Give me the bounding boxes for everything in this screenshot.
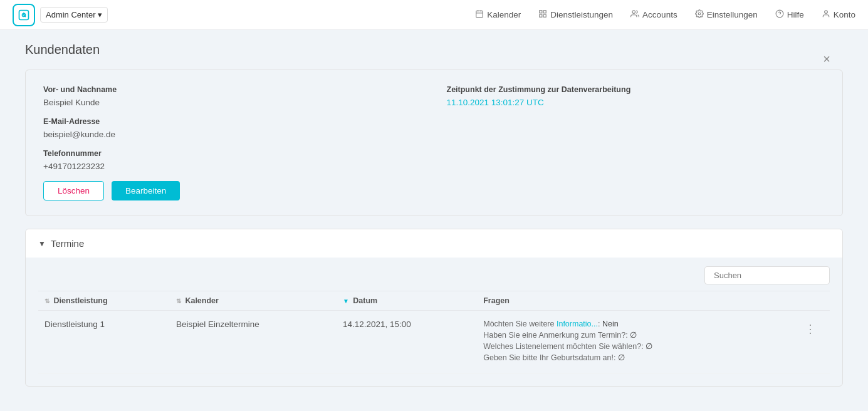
svg-point-14 <box>824 11 827 14</box>
consent-field-group: Zeitpunkt der Zustimmung zur Datenverarb… <box>447 85 825 107</box>
nav-label-accounts: Accounts <box>642 10 677 19</box>
admin-center-button[interactable]: Admin Center ▾ <box>40 7 108 23</box>
sort-icon-kalender: ⇅ <box>176 298 181 304</box>
search-input[interactable] <box>704 266 830 284</box>
gear-icon <box>695 9 704 20</box>
col-label-datum: Datum <box>353 296 377 305</box>
question-icon <box>775 9 784 20</box>
admin-center-label: Admin Center <box>46 10 95 19</box>
nav-label-einstellungen: Einstellungen <box>707 10 758 19</box>
nav-link-accounts[interactable]: Accounts <box>630 9 677 20</box>
cell-dienstleistung: Dienstleistung 1 <box>38 311 170 373</box>
col-dienstleistung[interactable]: ⇅ Dienstleistung <box>38 291 170 311</box>
svg-point-11 <box>698 13 701 15</box>
termine-card: ▼ Termine ⇅ Dienstleistung ⇅ Kalende <box>25 229 843 387</box>
nav-link-dienstleistungen[interactable]: Dienstleistungen <box>538 9 613 20</box>
dropdown-icon: ▾ <box>98 10 102 19</box>
nav-link-hilfe[interactable]: Hilfe <box>775 9 804 20</box>
customer-left-col: Vor- und Nachname Beispiel Kunde E-Mail-… <box>43 85 422 200</box>
question-highlight-1: Informatio... <box>557 320 598 328</box>
nav-link-kalender[interactable]: Kalender <box>475 9 521 20</box>
nav-label-hilfe: Hilfe <box>787 10 804 19</box>
col-label-dienstleistung: Dienstleistung <box>53 296 107 305</box>
termine-title: Termine <box>51 238 84 249</box>
customer-grid: Vor- und Nachname Beispiel Kunde E-Mail-… <box>43 85 825 200</box>
col-label-kalender: Kalender <box>185 296 219 305</box>
close-button[interactable]: × <box>823 53 830 65</box>
svg-rect-7 <box>543 11 546 13</box>
col-datum[interactable]: ▼ Datum <box>337 291 477 311</box>
col-label-fragen: Fragen <box>483 296 510 305</box>
name-label: Vor- und Nachname <box>43 85 422 94</box>
nav-links: Kalender Dienstleistungen Accounts Einst… <box>475 9 855 20</box>
nav-label-kalender: Kalender <box>487 10 521 19</box>
nav-link-konto[interactable]: Konto <box>822 9 855 20</box>
grid-icon <box>538 9 547 20</box>
delete-button[interactable]: Löschen <box>43 181 104 200</box>
customer-right-col: Zeitpunkt der Zustimmung zur Datenverarb… <box>447 85 825 200</box>
page-title: Kundendaten <box>25 43 843 57</box>
answer-1: Nein <box>602 320 619 328</box>
phone-field-group: Telefonnummer +491701223232 <box>43 149 422 171</box>
nav-label-dienstleistungen: Dienstleistungen <box>550 10 613 19</box>
sort-icon-datum: ▼ <box>343 298 349 304</box>
edit-button[interactable]: Bearbeiten <box>112 181 180 200</box>
user-icon <box>822 9 830 20</box>
consent-label: Zeitpunkt der Zustimmung zur Datenverarb… <box>447 85 825 94</box>
question-line-4: Geben Sie bitte Ihr Geburtsdatum an!: ∅ <box>483 353 787 362</box>
search-row <box>38 266 830 284</box>
svg-rect-9 <box>543 14 546 17</box>
table-body: Dienstleistung 1 Beispiel Einzeltermine … <box>38 311 830 373</box>
answer-2: ∅ <box>630 331 637 340</box>
answer-4: ∅ <box>618 353 625 362</box>
row-menu-button[interactable]: ⋮ <box>800 320 821 338</box>
svg-rect-2 <box>476 11 483 17</box>
answer-3: ∅ <box>646 342 652 351</box>
sort-icon-dienstleistung: ⇅ <box>44 298 50 304</box>
table-header: ⇅ Dienstleistung ⇅ Kalender ▼ Datum Fr <box>38 291 830 311</box>
email-value: beispiel@kunde.de <box>43 130 422 139</box>
termine-header[interactable]: ▼ Termine <box>26 229 842 258</box>
app-logo <box>13 4 35 26</box>
table-row: Dienstleistung 1 Beispiel Einzeltermine … <box>38 311 830 373</box>
question-line-1: Möchten Sie weitere Informatio...: Nein <box>483 320 787 328</box>
name-field-group: Vor- und Nachname Beispiel Kunde <box>43 85 422 107</box>
cell-kalender: Beispiel Einzeltermine <box>170 311 337 373</box>
collapse-icon: ▼ <box>38 239 46 248</box>
main-content: Kundendaten × Vor- und Nachname Beispiel… <box>0 30 868 399</box>
topnav: Admin Center ▾ Kalender Dienstleistungen… <box>0 0 868 30</box>
customer-card: Vor- und Nachname Beispiel Kunde E-Mail-… <box>25 70 843 216</box>
svg-rect-8 <box>540 14 542 17</box>
cell-fragen: Möchten Sie weitere Informatio...: Nein … <box>477 311 793 373</box>
col-fragen: Fragen <box>477 291 793 311</box>
question-line-3: Welches Listenelement möchten Sie wählen… <box>483 341 787 351</box>
cell-row-actions: ⋮ <box>793 311 830 373</box>
termine-body: ⇅ Dienstleistung ⇅ Kalender ▼ Datum Fr <box>26 266 842 386</box>
email-label: E-Mail-Adresse <box>43 117 422 126</box>
nav-label-konto: Konto <box>834 10 855 19</box>
name-value: Beispiel Kunde <box>43 98 422 107</box>
col-actions <box>793 291 830 311</box>
email-field-group: E-Mail-Adresse beispiel@kunde.de <box>43 117 422 139</box>
svg-rect-6 <box>540 11 542 13</box>
nav-link-einstellungen[interactable]: Einstellungen <box>695 9 758 20</box>
consent-value: 11.10.2021 13:01:27 UTC <box>447 98 825 107</box>
svg-point-10 <box>632 11 635 14</box>
phone-value: +491701223232 <box>43 162 422 171</box>
cell-datum: 14.12.2021, 15:00 <box>337 311 477 373</box>
question-line-2: Haben Sie eine Anmerkung zum Termin?: ∅ <box>483 330 787 340</box>
phone-label: Telefonnummer <box>43 149 422 158</box>
action-buttons: Löschen Bearbeiten <box>43 181 422 200</box>
calendar-icon <box>475 9 484 20</box>
user-group-icon <box>630 9 639 20</box>
row-actions: ⋮ <box>800 320 824 338</box>
appointments-table: ⇅ Dienstleistung ⇅ Kalender ▼ Datum Fr <box>38 291 830 373</box>
col-kalender[interactable]: ⇅ Kalender <box>170 291 337 311</box>
